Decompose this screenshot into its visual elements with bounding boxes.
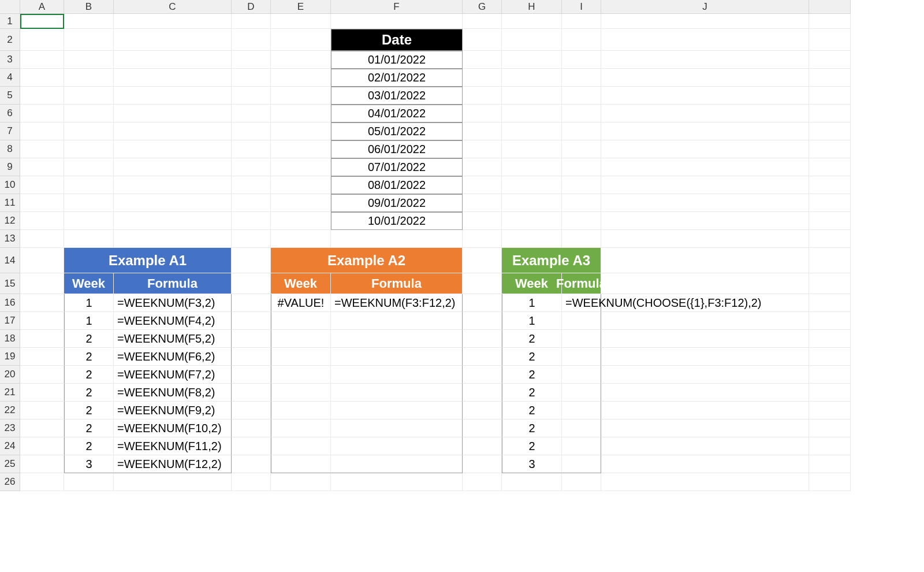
a3-week-cell[interactable]: 2 bbox=[502, 402, 562, 419]
cell[interactable] bbox=[114, 176, 232, 194]
cell[interactable] bbox=[331, 384, 463, 402]
cell[interactable] bbox=[271, 473, 331, 491]
cell[interactable] bbox=[562, 87, 601, 105]
cell[interactable] bbox=[502, 14, 562, 29]
cell[interactable] bbox=[232, 69, 271, 87]
row-header-6[interactable]: 6 bbox=[0, 105, 20, 122]
cell[interactable] bbox=[809, 87, 851, 105]
a3-week-cell[interactable]: 1 bbox=[502, 294, 562, 312]
cell[interactable] bbox=[114, 122, 232, 140]
cell[interactable] bbox=[20, 419, 64, 437]
cell[interactable] bbox=[20, 312, 64, 330]
cell[interactable] bbox=[502, 69, 562, 87]
cell[interactable] bbox=[271, 51, 331, 69]
cell[interactable] bbox=[601, 455, 809, 473]
cell[interactable] bbox=[601, 14, 809, 29]
cell[interactable] bbox=[562, 384, 601, 402]
cell[interactable] bbox=[232, 419, 271, 437]
cell[interactable] bbox=[562, 14, 601, 29]
cell[interactable] bbox=[114, 212, 232, 230]
cell[interactable] bbox=[809, 312, 851, 330]
cell[interactable] bbox=[20, 437, 64, 455]
cell[interactable] bbox=[463, 176, 502, 194]
cell[interactable] bbox=[114, 87, 232, 105]
cell[interactable] bbox=[463, 230, 502, 248]
date-cell[interactable]: 04/01/2022 bbox=[331, 105, 463, 122]
cell[interactable] bbox=[271, 122, 331, 140]
cell[interactable] bbox=[463, 330, 502, 348]
cell[interactable] bbox=[20, 248, 64, 273]
cell[interactable] bbox=[809, 248, 851, 273]
cell[interactable] bbox=[271, 176, 331, 194]
cell[interactable] bbox=[232, 122, 271, 140]
cell[interactable] bbox=[20, 105, 64, 122]
column-header-F[interactable]: F bbox=[331, 0, 463, 14]
cell[interactable] bbox=[331, 437, 463, 455]
a3-week-cell[interactable]: 2 bbox=[502, 419, 562, 437]
cell[interactable] bbox=[562, 455, 601, 473]
column-header-C[interactable]: C bbox=[114, 0, 232, 14]
cell[interactable] bbox=[271, 69, 331, 87]
cell[interactable] bbox=[232, 384, 271, 402]
cell[interactable] bbox=[502, 176, 562, 194]
cell[interactable] bbox=[809, 176, 851, 194]
row-header-13[interactable]: 13 bbox=[0, 230, 20, 248]
cell[interactable] bbox=[601, 230, 809, 248]
cell[interactable] bbox=[562, 402, 601, 419]
row-header-18[interactable]: 18 bbox=[0, 330, 20, 348]
a2-formula-cell[interactable]: =WEEKNUM(F3:F12,2) bbox=[331, 294, 463, 312]
cell[interactable] bbox=[232, 14, 271, 29]
cell[interactable] bbox=[562, 330, 601, 348]
row-header-24[interactable]: 24 bbox=[0, 437, 20, 455]
a1-week-cell[interactable]: 3 bbox=[64, 455, 114, 473]
cell[interactable] bbox=[601, 105, 809, 122]
row-header-16[interactable]: 16 bbox=[0, 294, 20, 312]
row-header-19[interactable]: 19 bbox=[0, 348, 20, 366]
a1-formula-cell[interactable]: =WEEKNUM(F3,2) bbox=[114, 294, 232, 312]
cell[interactable] bbox=[232, 158, 271, 176]
row-header-1[interactable]: 1 bbox=[0, 14, 20, 29]
cell[interactable] bbox=[502, 87, 562, 105]
date-cell[interactable]: 07/01/2022 bbox=[331, 158, 463, 176]
cell[interactable] bbox=[271, 212, 331, 230]
cell[interactable] bbox=[64, 29, 114, 51]
cell[interactable] bbox=[232, 294, 271, 312]
column-header-J[interactable]: J bbox=[601, 0, 809, 14]
column-header-I[interactable]: I bbox=[562, 0, 601, 14]
cell[interactable] bbox=[463, 384, 502, 402]
cell[interactable] bbox=[232, 140, 271, 158]
cell[interactable] bbox=[114, 194, 232, 212]
date-cell[interactable]: 09/01/2022 bbox=[331, 194, 463, 212]
cell[interactable] bbox=[502, 212, 562, 230]
cell[interactable] bbox=[502, 122, 562, 140]
cell[interactable] bbox=[271, 402, 331, 419]
a1-week-cell[interactable]: 2 bbox=[64, 419, 114, 437]
cell[interactable] bbox=[463, 273, 502, 294]
cell[interactable] bbox=[463, 402, 502, 419]
cell[interactable] bbox=[601, 402, 809, 419]
row-header-12[interactable]: 12 bbox=[0, 212, 20, 230]
cell[interactable] bbox=[232, 194, 271, 212]
a1-week-cell[interactable]: 1 bbox=[64, 312, 114, 330]
row-header-26[interactable]: 26 bbox=[0, 473, 20, 491]
cell[interactable] bbox=[232, 230, 271, 248]
date-cell[interactable]: 01/01/2022 bbox=[331, 51, 463, 69]
cell[interactable] bbox=[463, 14, 502, 29]
cell[interactable] bbox=[809, 473, 851, 491]
cell[interactable] bbox=[463, 122, 502, 140]
cell[interactable] bbox=[463, 348, 502, 366]
cell[interactable] bbox=[562, 473, 601, 491]
cell[interactable] bbox=[232, 176, 271, 194]
cell[interactable] bbox=[809, 194, 851, 212]
column-header-G[interactable]: G bbox=[463, 0, 502, 14]
date-cell[interactable]: 02/01/2022 bbox=[331, 69, 463, 87]
cell[interactable] bbox=[809, 384, 851, 402]
cell[interactable] bbox=[232, 51, 271, 69]
cell[interactable] bbox=[463, 419, 502, 437]
a1-formula-cell[interactable]: =WEEKNUM(F7,2) bbox=[114, 366, 232, 384]
cell[interactable] bbox=[809, 69, 851, 87]
cell[interactable] bbox=[232, 212, 271, 230]
cell[interactable] bbox=[562, 419, 601, 437]
cell[interactable] bbox=[562, 29, 601, 51]
cell[interactable] bbox=[809, 366, 851, 384]
